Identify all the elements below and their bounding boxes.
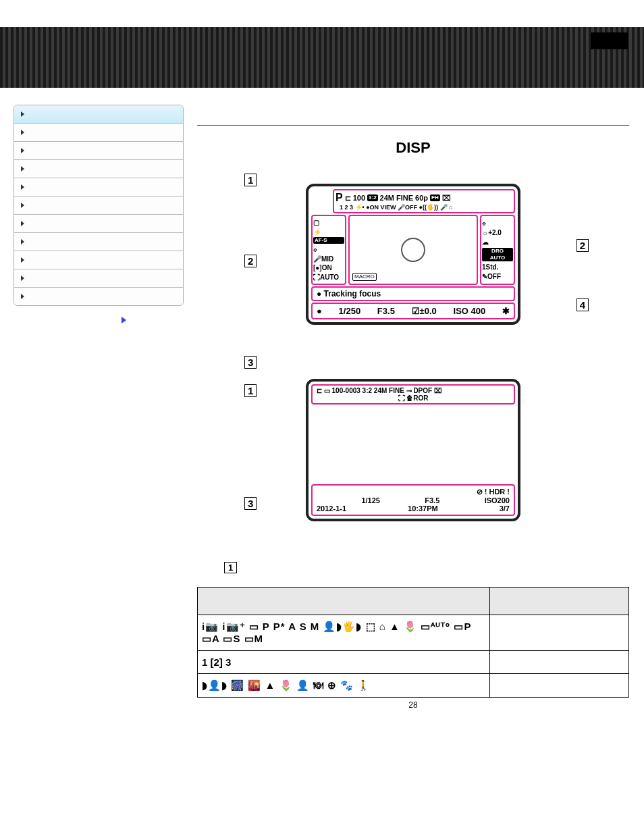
drive-mode-icon: ▢ [313,219,344,226]
sidebar-item-1[interactable] [14,124,183,142]
sidebar-item-4[interactable] [14,178,183,197]
sidebar-item-9[interactable] [14,269,183,288]
lcd-left-column: ▢ ⚡ AF-S ⟐ 🎤MID [●]ON ⛶AUTO [311,215,346,285]
iso: ISO 400 [454,306,486,316]
table-row: i📷 i📷⁺ ▭ P P* A S M 👤◗🖐◗ ⬚ ⌂ ▲ 🌷 ▭ᴬᵁᵀᵒ ▭… [198,615,629,651]
playback-diagram: 1 3 ⊏ ▭ 100-0003 3:2 24M FINE ⊸ DPOF ⌧ ⛶… [258,379,568,521]
lcd-right-column: ⟐ ☼+2.0 ☁ DRO AUTO 1Std. ✎OFF [480,215,515,285]
lcd-top-section: P ⊏ 100 3:2 24M FINE 60p FH ⌧ 1 2 3 ⚡• ●… [333,189,515,213]
callout-1: 1 [244,174,257,186]
chevron-right-icon [21,184,24,190]
af-target-icon [401,238,425,262]
page-body: DISP 1 2 2 4 3 P ⊏ 100 3:2 24M FINE 60p [0,88,644,737]
flash-mode-icon: ⚡ [313,228,344,236]
table-row: 1 [2] 3 [198,651,629,674]
divider [197,125,629,126]
callout-4: 4 [576,298,589,311]
pb-date: 2012-1-1 [317,504,346,513]
chevron-right-icon [21,130,24,135]
shooting-diagram: 1 2 2 4 3 P ⊏ 100 3:2 24M FINE 60p FH ⌧ [258,184,568,325]
sidebar-item-7[interactable] [14,233,183,251]
chevron-right-icon [21,221,24,226]
fps: 60p [415,194,428,202]
chevron-right-icon [21,294,24,299]
table-header-indication [490,588,629,615]
sidebar-item-5[interactable] [14,197,183,215]
sidebar-item-2[interactable] [14,142,183,160]
pb-top-line1: ⊏ ▭ 100-0003 3:2 24M FINE ⊸ DPOF ⌧ [317,387,510,394]
lcd-tracking-row: ● Tracking focus [311,286,515,301]
content: DISP 1 2 2 4 3 P ⊏ 100 3:2 24M FINE 60p [197,105,629,723]
callout-3: 3 [244,356,257,369]
battery-icon: ⊏ [345,194,351,203]
ae-lock-icon: ✱ [502,306,510,316]
pb-aperture: F3.5 [425,496,439,504]
memory-icons-cell: 1 [2] 3 [198,651,490,674]
playback-lcd: ⊏ ▭ 100-0003 3:2 24M FINE ⊸ DPOF ⌧ ⛶ 🗑RO… [306,379,520,521]
sidebar-item-0[interactable] [14,105,183,124]
pb-shutter: 1/125 [361,496,380,504]
effect-off-icon: ✎OFF [482,273,513,280]
sidebar-item-8[interactable] [14,251,183,269]
lcd-bottom-row: ● 1/250 F3.5 ☑±0.0 ISO 400 ✱ [311,303,515,319]
arrow-right-icon [122,317,126,323]
ev-comp: ☑±0.0 [412,306,437,316]
sidebar-sublink[interactable] [14,306,184,323]
sidebar-item-6[interactable] [14,215,183,233]
callout-2l: 2 [244,255,257,267]
frame-auto-icon: ⛶AUTO [313,273,344,281]
aperture: F3.5 [377,306,395,316]
creative-style-icon: 1Std. [482,263,513,271]
scene-meaning-cell [490,674,629,698]
chevron-right-icon [21,257,24,263]
scene-icons-cell: ◗👤◗ 🎆 🌇 ▲ 🌷 👤 🍽 ⊕ 🐾 🚶 [198,674,490,698]
rec-dot-icon: ● [317,306,322,316]
macro-badge: MACRO [352,273,377,281]
shots-remaining: 100 [353,194,365,202]
quality: FINE [396,194,413,202]
page-number: 28 [197,698,629,723]
mode-icons-cell: i📷 i📷⁺ ▭ P P* A S M 👤◗🖐◗ ⬚ ⌂ ▲ 🌷 ▭ᴬᵁᵀᵒ ▭… [198,615,490,651]
disp-heading: DISP [197,139,629,157]
lcd-body: ▢ ⚡ AF-S ⟐ 🎤MID [●]ON ⛶AUTO MACRO [308,215,518,285]
icon-table: i📷 i📷⁺ ▭ P P* A S M 👤◗🖐◗ ⬚ ⌂ ▲ 🌷 ▭ᴬᵁᵀᵒ ▭… [197,587,629,698]
image-size: 24M [380,194,394,202]
sidebar-item-10[interactable] [14,288,183,305]
pb-callout-3: 3 [244,497,257,510]
sidebar-wrap [14,105,184,723]
pb-time: 10:37PM [408,504,438,513]
rec-on-icon: [●]ON [313,264,344,271]
pb-count: 3/7 [500,504,510,513]
aspect-ratio-icon: 3:2 [367,194,378,201]
table-header-row [198,588,629,615]
metering-icon: ⟐ [482,219,513,227]
af-area-icon: ⟐ [313,246,344,253]
callout-2r: 2 [576,239,589,252]
chevron-right-icon [21,203,24,208]
chevron-right-icon [21,276,24,281]
header-strip [0,27,644,88]
memory-meaning-cell [490,651,629,674]
lcd-top-line2: 1 2 3 ⚡• ●ON VIEW 🎤OFF ●((🖐)) 🎤 ⌂ [336,204,512,211]
pb-iso: ISO200 [485,496,510,504]
wb-icon: ☁ [482,238,513,246]
flash-comp-icon: ☼+2.0 [482,229,513,236]
pb-top-section: ⊏ ▭ 100-0003 3:2 24M FINE ⊸ DPOF ⌧ ⛶ 🗑RO… [311,384,515,405]
dro-icon: DRO AUTO [482,248,513,261]
table-row: ◗👤◗ 🎆 🌇 ▲ 🌷 👤 🍽 ⊕ 🐾 🚶 [198,674,629,698]
shutter-speed: 1/250 [339,306,361,316]
section-1-callout: 1 [224,562,629,573]
sidebar-item-3[interactable] [14,160,183,178]
header-title-box [591,32,628,49]
chevron-right-icon [21,111,24,117]
pb-callout-1: 1 [244,384,257,397]
chevron-right-icon [21,148,24,153]
tracking-focus-label: ● Tracking focus [317,289,381,298]
chevron-right-icon [21,166,24,172]
mode-icon: P [336,192,343,204]
focus-mode-icon: AF-S [313,237,344,244]
rec-mode-icon: FH [430,194,440,201]
mic-level-icon: 🎤MID [313,255,344,263]
pb-icons-row: ⊘ ! HDR ! [477,488,510,496]
pb-image-area [308,407,518,481]
